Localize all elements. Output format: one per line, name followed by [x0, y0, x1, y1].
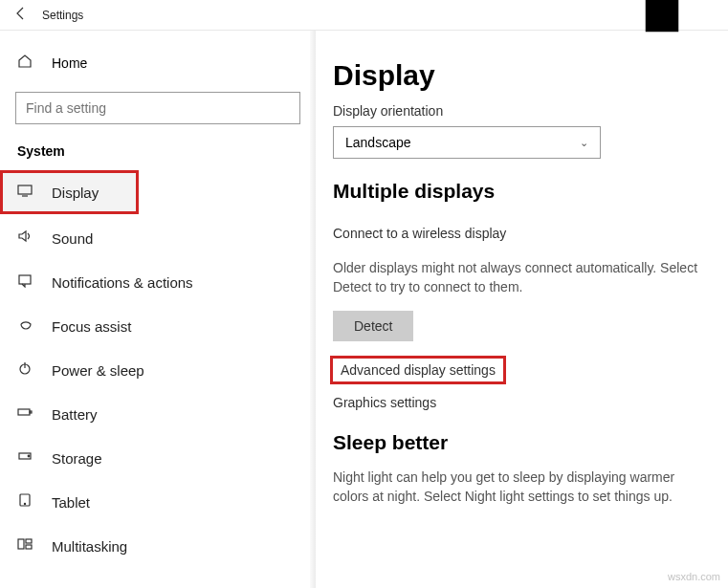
sound-icon	[17, 229, 38, 248]
close-button[interactable]	[684, 0, 728, 31]
svg-rect-18	[26, 539, 32, 543]
graphics-settings-link[interactable]: Graphics settings	[333, 395, 711, 410]
tablet-icon	[17, 492, 38, 512]
watermark: wsxdn.com	[668, 571, 720, 582]
svg-rect-11	[18, 409, 30, 415]
titlebar: Settings	[0, 0, 728, 31]
svg-rect-12	[30, 411, 32, 413]
orientation-select[interactable]: Landscape ⌄	[333, 126, 601, 159]
sidebar-item-label: Power & sleep	[52, 362, 144, 379]
sidebar-item-multitasking[interactable]: Multitasking	[0, 524, 316, 568]
minimize-button[interactable]	[596, 0, 640, 31]
home-icon	[17, 54, 38, 73]
sleep-description: Night light can help you get to sleep by…	[333, 468, 706, 507]
svg-line-2	[688, 0, 724, 33]
sidebar-item-sound[interactable]: Sound	[0, 216, 316, 260]
search-input[interactable]	[15, 92, 300, 124]
sidebar-item-label: Focus assist	[52, 318, 131, 335]
maximize-button[interactable]	[640, 0, 684, 31]
sidebar-item-tablet[interactable]: Tablet	[0, 480, 316, 524]
sidebar-item-display[interactable]: Display	[0, 170, 139, 214]
chevron-down-icon: ⌄	[580, 137, 588, 149]
svg-rect-1	[646, 0, 679, 32]
sidebar-section-header: System	[0, 143, 316, 168]
power-icon	[17, 360, 38, 380]
sidebar-item-label: Tablet	[52, 494, 90, 511]
battery-icon	[17, 404, 38, 424]
sidebar-item-label: Sound	[52, 230, 93, 247]
detect-description: Older displays might not always connect …	[333, 258, 706, 297]
sidebar-item-label: Storage	[52, 450, 102, 467]
sidebar-item-power-sleep[interactable]: Power & sleep	[0, 348, 316, 392]
orientation-value: Landscape	[345, 135, 411, 150]
advanced-display-link[interactable]: Advanced display settings	[333, 359, 503, 381]
back-icon[interactable]	[13, 6, 29, 24]
svg-rect-19	[26, 545, 32, 549]
svg-point-16	[24, 503, 25, 504]
connect-wireless-link[interactable]: Connect to a wireless display	[333, 226, 506, 241]
svg-line-3	[688, 0, 724, 33]
multitasking-icon	[17, 536, 38, 555]
sidebar-item-label: Battery	[52, 406, 98, 423]
window-controls	[596, 0, 728, 31]
content-area: Display Display orientation Landscape ⌄ …	[316, 31, 728, 588]
sidebar-home-label: Home	[52, 55, 87, 71]
sidebar-item-label: Notifications & actions	[52, 274, 193, 291]
notifications-icon	[17, 272, 38, 292]
detect-button[interactable]: Detect	[333, 311, 413, 341]
sidebar-item-battery[interactable]: Battery	[0, 392, 316, 436]
svg-rect-6	[18, 185, 32, 194]
focus-assist-icon	[17, 316, 38, 336]
sidebar-item-notifications[interactable]: Notifications & actions	[0, 260, 316, 304]
svg-point-14	[28, 455, 30, 457]
multiple-displays-header: Multiple displays	[333, 180, 711, 203]
sidebar-item-label: Display	[52, 185, 99, 201]
window-title: Settings	[42, 9, 83, 22]
sidebar-item-label: Multitasking	[52, 538, 127, 555]
sidebar-home[interactable]: Home	[0, 44, 316, 82]
search-field[interactable]	[26, 100, 290, 116]
orientation-label: Display orientation	[333, 103, 711, 119]
sidebar-item-storage[interactable]: Storage	[0, 436, 316, 480]
sidebar: Home System Display Sound Notifications …	[0, 31, 316, 588]
page-title: Display	[333, 59, 711, 92]
svg-rect-17	[18, 539, 24, 549]
sidebar-item-focus-assist[interactable]: Focus assist	[0, 304, 316, 348]
sleep-better-header: Sleep better	[333, 431, 711, 454]
storage-icon	[17, 448, 38, 468]
display-icon	[17, 183, 38, 202]
svg-rect-8	[19, 275, 31, 284]
